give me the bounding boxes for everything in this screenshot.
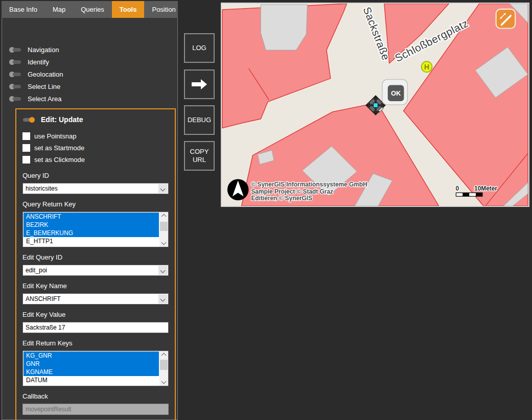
edit-key-name-select[interactable]: ANSCHRIFT [22, 293, 169, 305]
edit-key-value-label: Edit Key Value [22, 311, 169, 319]
scrollbar[interactable] [159, 212, 168, 247]
svg-text:© SynerGIS Informationssysteme: © SynerGIS Informationssysteme GmbH [251, 181, 367, 188]
checkbox-set-as-startmode[interactable]: set as Startmode [22, 142, 169, 154]
checkbox-icon [22, 132, 30, 140]
edit-query-id-label: Edit Query ID [22, 253, 169, 262]
tab-bar: Base Info Map Queries Tools Position [2, 1, 178, 18]
toggle-select-area-label: Select Area [28, 95, 62, 103]
compass-icon [227, 179, 249, 201]
checkbox-icon [22, 144, 30, 152]
checkbox-use-pointsnap[interactable]: use Pointsnap [22, 130, 169, 142]
edit-update-group: Edit: Update use Pointsnap set as Startm… [15, 108, 176, 420]
chevron-down-icon[interactable] [158, 294, 168, 304]
scroll-up-icon[interactable] [161, 353, 167, 358]
checkbox-set-as-clickmode[interactable]: set as Clickmode [22, 154, 169, 166]
arrow-right-icon [191, 79, 207, 90]
edit-update-toggle[interactable]: Edit: Update [22, 115, 169, 124]
callback-input [22, 404, 169, 415]
toggle-select-line[interactable]: Select Line [9, 81, 60, 91]
chevron-down-icon[interactable] [158, 184, 168, 193]
callback-label: Callback [22, 392, 169, 401]
ok-button[interactable]: OK [382, 80, 408, 105]
list-item[interactable]: KGNAME [24, 368, 159, 376]
tab-tools[interactable]: Tools [112, 1, 145, 18]
toggle-select-line-label: Select Line [28, 83, 60, 90]
list-item[interactable]: ANSCHRIFT [24, 213, 159, 221]
tab-position[interactable]: Position [144, 1, 183, 18]
scroll-thumb[interactable] [160, 360, 168, 370]
edit-key-value-input[interactable] [22, 322, 169, 333]
toggle-off-icon [9, 96, 21, 102]
edit-query-id-select[interactable]: edit_poi [22, 265, 169, 276]
toggle-off-icon [9, 72, 21, 77]
chevron-down-icon[interactable] [158, 266, 168, 275]
toggle-identify[interactable]: Identify [9, 57, 49, 67]
query-id-select[interactable]: historicsites [22, 183, 169, 194]
svg-text:OK: OK [391, 89, 401, 97]
toggle-off-icon [9, 59, 21, 65]
scroll-down-icon[interactable] [161, 379, 167, 384]
tools-panel: Navigation Identify Geolocation Select L… [2, 18, 178, 420]
toggle-navigation[interactable]: Navigation [9, 44, 59, 55]
list-item[interactable]: GNR [24, 360, 159, 368]
edit-update-title: Edit: Update [41, 115, 83, 124]
edit-query-id-value: edit_poi [23, 265, 168, 275]
list-item[interactable]: KG_GNR [24, 352, 159, 360]
scroll-thumb[interactable] [160, 222, 168, 231]
h-stop-marker: H [422, 61, 432, 72]
query-return-key-label: Query Return Key [22, 200, 169, 209]
list-item[interactable]: E_BEMERKUNG [24, 229, 159, 237]
edit-return-keys-label: Edit Return Keys [22, 339, 169, 348]
map-canvas: Sackstraße Schloßbergplatz H [222, 4, 528, 206]
svg-text:0: 0 [455, 185, 459, 192]
query-id-value: historicsites [23, 183, 168, 194]
debug-button[interactable]: DEBUG [184, 105, 215, 135]
copy-url-button[interactable]: COPY URL [184, 141, 215, 171]
scroll-up-icon[interactable] [161, 214, 167, 219]
edit-key-name-value: ANSCHRIFT [23, 294, 168, 304]
scroll-down-icon[interactable] [161, 240, 167, 245]
list-item[interactable]: E_HTTP1 [24, 237, 159, 245]
svg-text:Editieren © SynerGIS: Editieren © SynerGIS [251, 195, 312, 202]
edit-tool-button[interactable] [496, 9, 516, 29]
log-button[interactable]: LOG [184, 33, 215, 63]
checkbox-label: set as Clickmode [34, 156, 85, 164]
checkbox-icon [22, 156, 30, 164]
scrollbar[interactable] [159, 351, 168, 386]
query-id-label: Query ID [22, 172, 169, 180]
app-window: Base Info Map Queries Tools Position Nav… [0, 0, 532, 420]
tab-base-info[interactable]: Base Info [2, 1, 45, 18]
toggle-on-icon [22, 117, 35, 123]
edit-return-keys-list[interactable]: KG_GNR GNR KGNAME DATUM [22, 351, 169, 386]
tab-queries[interactable]: Queries [73, 1, 112, 18]
checkbox-label: use Pointsnap [34, 132, 76, 140]
edit-key-name-label: Edit Key Name [22, 282, 169, 291]
toggle-select-area[interactable]: Select Area [9, 94, 62, 104]
query-return-key-list[interactable]: ANSCHRIFT BEZIRK E_BEMERKUNG E_HTTP1 [22, 212, 169, 247]
toggle-geolocation-label: Geolocation [28, 71, 63, 78]
tab-map[interactable]: Map [45, 1, 73, 18]
svg-text:H: H [424, 63, 429, 71]
checkbox-label: set as Startmode [34, 144, 84, 152]
toggle-geolocation[interactable]: Geolocation [9, 69, 63, 79]
list-item[interactable]: BEZIRK [24, 221, 159, 229]
run-button[interactable] [184, 69, 215, 99]
toggle-navigation-label: Navigation [28, 46, 59, 54]
map-viewport[interactable]: Sackstraße Schloßbergplatz H [221, 3, 529, 207]
toggle-identify-label: Identify [28, 58, 49, 66]
toggle-off-icon [9, 47, 21, 53]
svg-text:10Meter: 10Meter [474, 185, 497, 192]
list-item[interactable]: DATUM [24, 376, 159, 384]
toggle-off-icon [9, 84, 21, 89]
